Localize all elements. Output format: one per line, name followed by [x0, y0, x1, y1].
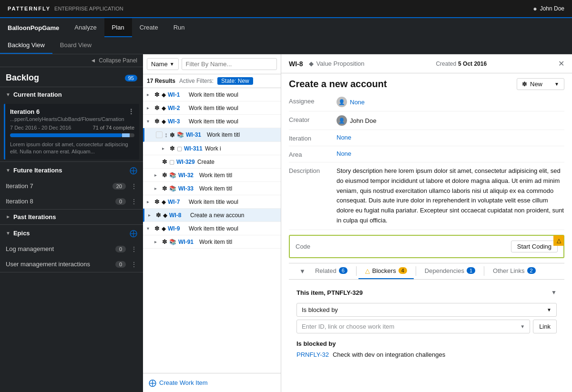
table-row[interactable]: ▸ ✽ ◆ WI-7 Work item title woul	[143, 195, 281, 209]
detail-title-row: Create a new account ✽ New ▼	[281, 73, 572, 93]
current-iteration-header[interactable]: ▼ Current Iteration	[0, 87, 143, 102]
state-filter-badge[interactable]: State: New	[217, 77, 253, 85]
top-nav: PATTERNFLY ENTERPRISE APPLICATION ● John…	[0, 0, 572, 17]
table-row[interactable]: ▸ ✽ ◆ WI-1 Work item title woul	[143, 88, 281, 101]
assignee-value[interactable]: 👤 None	[337, 97, 365, 107]
section-past-iterations: ▼ Past Iterations	[0, 210, 143, 225]
iteration-6-description: Lorem ipsum dolor sit amet, consectetur …	[10, 141, 134, 156]
expand-icon[interactable]: ▸	[147, 92, 153, 97]
warning-triangle-icon: △	[365, 267, 370, 274]
star-icon: ✽	[154, 198, 160, 205]
close-icon[interactable]: ✕	[558, 59, 564, 68]
name-filter-dropdown[interactable]: Name ▼	[147, 58, 179, 70]
app-nav-items: Analyze Plan Create Run	[67, 18, 192, 37]
tab-related[interactable]: Related 6	[308, 263, 354, 279]
expand-icon[interactable]: ▸	[147, 105, 153, 111]
table-row[interactable]: ▸ ✽ ◆ WI-8 Create a new accoun	[143, 209, 281, 222]
nav-create[interactable]: Create	[132, 18, 166, 37]
filter-by-name-input[interactable]	[182, 58, 277, 70]
creator-label: Creator	[289, 115, 337, 123]
expand-icon[interactable]: ▸	[148, 212, 154, 218]
wi-checkbox[interactable]	[156, 131, 163, 138]
future-iterations-header[interactable]: ▼ Future Iterations ⨁	[0, 162, 143, 179]
tab-blockers[interactable]: △ Blockers 4	[358, 263, 414, 279]
create-work-item-button[interactable]: ⨁ Create Work Item	[149, 378, 208, 387]
epics-title: ▼ Epics	[6, 230, 30, 237]
tab-divider	[416, 266, 416, 276]
iteration-6-item: Iteration 6 ⋮ ...pper/LonelyHeartsClubBa…	[4, 104, 139, 160]
nav-run[interactable]: Run	[166, 18, 193, 37]
expand-icon[interactable]: ▾	[147, 119, 153, 124]
table-row[interactable]: ✽ ▢ WI-329 Create	[143, 155, 281, 169]
user-menu[interactable]: ● John Doe	[533, 5, 564, 12]
table-row[interactable]: ▸ ✽ 📚 WI-32 Work item titl	[143, 169, 281, 182]
tab-dependencies[interactable]: Dependencies 1	[418, 263, 482, 279]
expand-icon[interactable]: ▸	[154, 239, 160, 244]
dependencies-count: 1	[467, 267, 475, 274]
blocker-id-link[interactable]: PRNFLY-32	[296, 351, 329, 358]
active-filters-label: Active Filters:	[179, 78, 214, 84]
epic-user-mgmt-row[interactable]: User management interactions 0 ⋮	[0, 257, 143, 272]
table-row[interactable]: ↕ ✽ 📚 WI-31 Work item titl	[143, 128, 281, 142]
link-button[interactable]: Link	[533, 320, 557, 333]
epic-user-count: 0	[115, 261, 126, 268]
iteration-7-row[interactable]: Iteration 7 20 ⋮	[0, 179, 143, 194]
add-epic-icon[interactable]: ⨁	[130, 229, 137, 238]
link-input-dropdown-icon[interactable]: ▼	[520, 324, 525, 329]
expand-icon[interactable]: ▸	[162, 146, 168, 151]
iteration-8-kebab-icon[interactable]: ⋮	[131, 198, 137, 205]
expand-icon[interactable]: ▸	[154, 172, 160, 178]
start-coding-button[interactable]: Start Coding	[511, 241, 558, 252]
table-row[interactable]: ▾ ✽ ◆ WI-3 Work item title woul	[143, 115, 281, 128]
past-iterations-header[interactable]: ▼ Past Iterations	[0, 210, 143, 224]
tab-other-links[interactable]: Other Links 2	[486, 263, 542, 279]
table-row[interactable]: ▸ ✽ ▢ WI-311 Work i	[143, 142, 281, 155]
iteration-8-row[interactable]: Iteration 8 0 ⋮	[0, 194, 143, 209]
drag-handle-icon[interactable]: ↕	[164, 131, 168, 139]
table-row[interactable]: ▸ ✽ ◆ WI-2 Work item title woul	[143, 101, 281, 115]
progress-end	[122, 133, 130, 137]
table-row[interactable]: ▸ ✽ 📚 WI-91 Work item titl	[143, 235, 281, 249]
chevron-down-icon: ▼	[6, 168, 10, 173]
tab-backlog-view[interactable]: Backlog View	[0, 37, 52, 54]
iteration-value[interactable]: None	[337, 134, 351, 141]
detail-created: Created 5 Oct 2016	[436, 60, 487, 67]
tab-board-view[interactable]: Board View	[52, 37, 99, 54]
iteration-7-kebab-icon[interactable]: ⋮	[131, 182, 137, 190]
add-future-iteration-icon[interactable]: ⨁	[130, 166, 137, 175]
collapse-panel-bar[interactable]: ◄ Collapse Panel	[0, 54, 143, 67]
link-input-field[interactable]: Enter ID, link or choose work item ▼	[296, 320, 530, 333]
epics-header[interactable]: ▼ Epics ⨁	[0, 225, 143, 241]
is-blocked-by-label: Is blocked by	[296, 336, 557, 349]
epic-log-kebab-icon[interactable]: ⋮	[131, 245, 137, 253]
past-iterations-title: ▼ Past Iterations	[6, 213, 56, 221]
table-row[interactable]: ▾ ✽ ◆ WI-9 Work item title woul	[143, 222, 281, 235]
iteration-6-path: ...pper/LonelyHeartsClubBand/Flowers/Car…	[10, 116, 134, 122]
detail-body: Assignee 👤 None Creator 👤 John Doe	[281, 93, 572, 392]
expand-icon[interactable]: ▸	[147, 199, 153, 204]
brand-app-type: ENTERPRISE APPLICATION	[54, 6, 123, 11]
expand-icon[interactable]: ▾	[147, 226, 153, 231]
area-value[interactable]: None	[337, 150, 351, 157]
nav-analyze[interactable]: Analyze	[67, 18, 104, 37]
chevron-down-icon[interactable]: ▼	[551, 289, 557, 296]
app-name[interactable]: BalloonPopGame	[6, 18, 67, 37]
epic-user-kebab-icon[interactable]: ⋮	[131, 261, 137, 268]
detail-title: Create a new account	[289, 79, 387, 90]
iteration-6-kebab-icon[interactable]: ⋮	[128, 108, 134, 115]
expand-icon[interactable]: ▸	[154, 186, 160, 191]
nav-plan[interactable]: Plan	[104, 18, 132, 37]
epic-log-management-row[interactable]: Log management 0 ⋮	[0, 241, 143, 257]
tab-expand-icon[interactable]: ▼	[296, 264, 308, 279]
chevron-down-icon: ▼	[6, 231, 10, 236]
star-icon: ✽	[170, 145, 175, 152]
table-row[interactable]: ▸ ✽ 📚 WI-33 Work item titl	[143, 182, 281, 195]
sidebar-backlog-count: 95	[125, 75, 137, 81]
status-dropdown[interactable]: ✽ New ▼	[517, 78, 564, 90]
link-input-placeholder: Enter ID, link or choose work item	[302, 323, 394, 330]
user-icon: ●	[533, 5, 537, 12]
assignee-avatar: 👤	[337, 97, 347, 107]
is-blocked-by-dropdown[interactable]: Is blocked by ▼	[296, 303, 557, 317]
creator-value: 👤 John Doe	[337, 115, 377, 126]
dropdown-chevron-icon: ▼	[547, 307, 552, 312]
